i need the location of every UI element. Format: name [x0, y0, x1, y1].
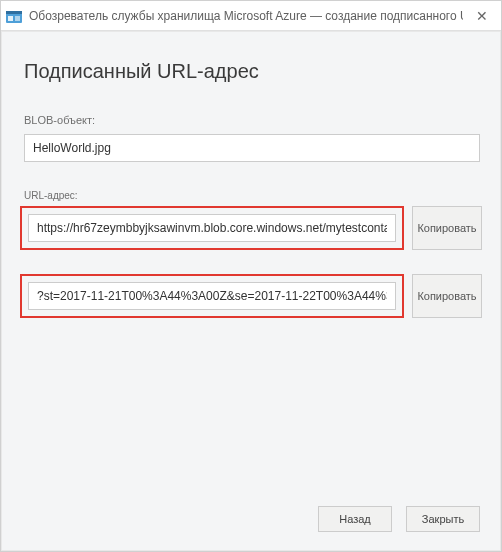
dialog-body: Подписанный URL-адрес BLOB-объект: URL-а… [1, 31, 501, 551]
copy-url-button[interactable]: Копировать [412, 206, 482, 250]
window-title: Обозреватель службы хранилища Microsoft … [29, 9, 463, 23]
url-highlight [20, 206, 404, 250]
page-title: Подписанный URL-адрес [24, 60, 259, 83]
url-label: URL-адрес: [24, 190, 78, 201]
footer: Назад Закрыть [318, 506, 480, 532]
back-button[interactable]: Назад [318, 506, 392, 532]
svg-rect-1 [6, 11, 22, 14]
querystring-highlight [20, 274, 404, 318]
svg-rect-2 [8, 16, 13, 21]
querystring-row: Копировать [20, 274, 482, 318]
close-icon[interactable]: ✕ [469, 5, 495, 27]
url-row: Копировать [20, 206, 482, 250]
blob-label: BLOB-объект: [24, 114, 95, 126]
app-icon [5, 7, 23, 25]
titlebar: Обозреватель службы хранилища Microsoft … [1, 1, 501, 31]
blob-name-field[interactable] [24, 134, 480, 162]
copy-querystring-button[interactable]: Копировать [412, 274, 482, 318]
close-button[interactable]: Закрыть [406, 506, 480, 532]
querystring-field[interactable] [28, 282, 396, 310]
svg-rect-3 [15, 16, 20, 21]
url-field[interactable] [28, 214, 396, 242]
